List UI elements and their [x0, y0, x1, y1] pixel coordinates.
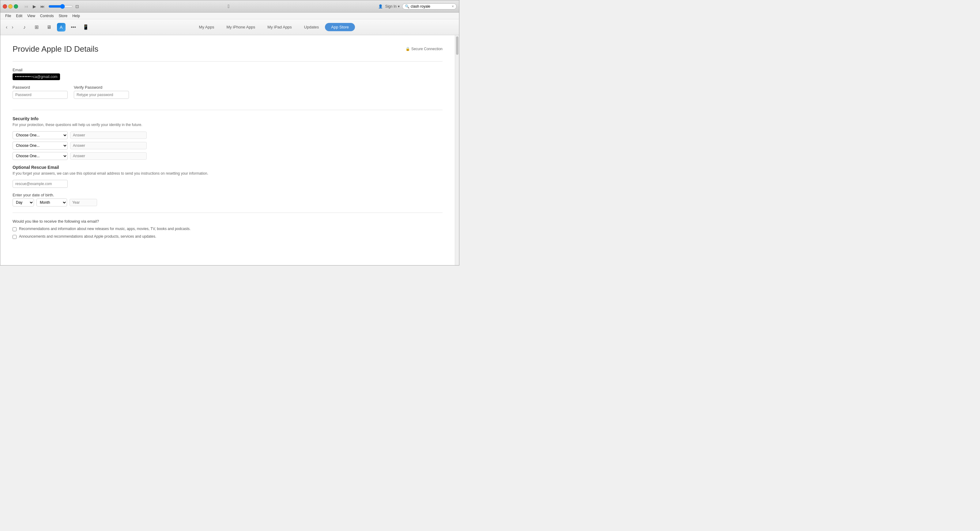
toolbar: ‹ › ♪ ⊞ 🖥 A ••• 📱 My Apps My iPhone Apps…: [0, 19, 459, 35]
sign-in-button[interactable]: Sign In ▾: [385, 4, 400, 9]
nav-buttons: ‹ ›: [4, 24, 15, 31]
content-area: Provide Apple ID Details 🔒 Secure Connec…: [0, 35, 459, 265]
back-button[interactable]: ⏮: [23, 3, 30, 10]
divider-top: [13, 61, 442, 62]
iphone-icon[interactable]: 📱: [81, 23, 90, 32]
checkbox-announcements-label: Announcements and recommendations about …: [19, 234, 156, 239]
apps-icon[interactable]: A: [57, 23, 65, 32]
volume-slider[interactable]: [48, 4, 73, 9]
rescue-email-title: Optional Rescue Email: [13, 165, 442, 170]
tab-updates[interactable]: Updates: [298, 23, 325, 31]
play-button[interactable]: ▶: [32, 3, 37, 10]
email-masked: ••••••••••: [15, 74, 31, 79]
checkbox-item-2: Announcements and recommendations about …: [13, 234, 442, 239]
password-group: Password: [13, 85, 68, 99]
tab-app-store[interactable]: App Store: [325, 23, 355, 31]
verify-password-label: Verify Password: [74, 85, 129, 90]
more-icon[interactable]: •••: [69, 23, 78, 32]
music-icon[interactable]: ♪: [20, 23, 29, 32]
password-row: Password Verify Password: [13, 85, 442, 104]
month-select[interactable]: Month: [37, 198, 67, 206]
grid-icon[interactable]: ⊞: [32, 23, 41, 32]
search-box: 🔍 ×: [402, 3, 457, 10]
tab-my-apps[interactable]: My Apps: [193, 23, 221, 31]
airplay-button[interactable]: ⊡: [75, 4, 79, 9]
search-clear-button[interactable]: ×: [452, 4, 454, 9]
secure-connection: 🔒 Secure Connection: [406, 47, 442, 51]
email-label: Email: [13, 68, 442, 72]
year-input[interactable]: [70, 199, 97, 206]
security-row-3: Choose One...: [13, 152, 442, 160]
email-preferences-section: Would you like to receive the following …: [13, 219, 442, 239]
verify-password-input[interactable]: [74, 91, 129, 99]
security-answer-1[interactable]: [70, 132, 147, 139]
security-question-2[interactable]: Choose One...: [13, 142, 68, 150]
checkbox-announcements[interactable]: [13, 235, 16, 239]
back-nav-button[interactable]: ‹: [4, 24, 9, 31]
password-label: Password: [13, 85, 68, 90]
security-info-title: Security Info: [13, 116, 442, 121]
scroll-thumb[interactable]: [456, 36, 458, 55]
email-group: Email •••••••••• +ca@gmail.com: [13, 68, 442, 80]
email-suffix: +ca@gmail.com: [31, 74, 57, 79]
email-prefs-title: Would you like to receive the following …: [13, 219, 442, 223]
security-row-1: Choose One...: [13, 131, 442, 139]
secure-connection-label: Secure Connection: [411, 47, 442, 51]
menu-controls[interactable]: Controls: [38, 13, 56, 19]
menu-file[interactable]: File: [3, 13, 13, 19]
security-answer-3[interactable]: [70, 152, 147, 160]
password-input[interactable]: [13, 91, 68, 99]
page-title: Provide Apple ID Details: [13, 44, 98, 54]
itunes-window: ⏮ ▶ ⏭ ⊡  👤 Sign In ▾ 🔍 × File Edit View…: [0, 0, 460, 265]
title-bar: ⏮ ▶ ⏭ ⊡  👤 Sign In ▾ 🔍 ×: [0, 0, 459, 13]
search-icon: 🔍: [405, 4, 409, 9]
close-button[interactable]: [3, 4, 7, 9]
toolbar-icons: ♪ ⊞ 🖥 A ••• 📱: [20, 23, 90, 32]
rescue-email-group: Optional Rescue Email If you forget your…: [13, 165, 442, 188]
minimize-button[interactable]: [8, 4, 13, 9]
menu-help[interactable]: Help: [70, 13, 83, 19]
transport-controls: ⏮ ▶ ⏭: [23, 3, 46, 10]
menu-view[interactable]: View: [25, 13, 38, 19]
divider-email-prefs: [13, 212, 442, 213]
tabs-area: My Apps My iPhone Apps My iPad Apps Upda…: [92, 23, 455, 31]
chevron-down-icon: ▾: [398, 4, 400, 9]
security-row-2: Choose One...: [13, 142, 442, 150]
sign-in-label: Sign In: [385, 4, 396, 9]
menu-bar: File Edit View Controls Store Help: [0, 13, 459, 19]
menu-store[interactable]: Store: [56, 13, 70, 19]
apple-logo: : [79, 4, 378, 9]
date-row: Day Month: [13, 198, 442, 206]
day-select[interactable]: Day: [13, 198, 34, 206]
checkbox-recommendations-label: Recommendations and information about ne…: [19, 227, 191, 231]
lock-icon: 🔒: [406, 47, 410, 51]
dob-label: Enter your date of birth.: [13, 193, 442, 197]
security-question-3[interactable]: Choose One...: [13, 152, 68, 160]
tab-my-iphone-apps[interactable]: My iPhone Apps: [220, 23, 261, 31]
menu-edit[interactable]: Edit: [13, 13, 25, 19]
person-icon: 👤: [378, 4, 383, 9]
search-input[interactable]: [411, 4, 450, 9]
maximize-button[interactable]: [14, 4, 18, 9]
sign-in-area: 👤 Sign In ▾ 🔍 ×: [378, 3, 457, 10]
page-header: Provide Apple ID Details 🔒 Secure Connec…: [13, 44, 442, 55]
scrollbar[interactable]: [455, 35, 459, 265]
forward-nav-button[interactable]: ›: [10, 24, 15, 31]
security-question-1[interactable]: Choose One...: [13, 131, 68, 139]
rescue-email-desc: If you forget your answers, we can use t…: [13, 171, 442, 176]
dob-group: Enter your date of birth. Day Month: [13, 193, 442, 206]
checkbox-recommendations[interactable]: [13, 227, 16, 231]
security-info-desc: For your protection, these questions wil…: [13, 122, 442, 128]
monitor-icon[interactable]: 🖥: [45, 23, 53, 32]
forward-button[interactable]: ⏭: [39, 3, 46, 10]
checkbox-item-1: Recommendations and information about ne…: [13, 227, 442, 231]
divider-security: [13, 110, 442, 110]
verify-password-group: Verify Password: [74, 85, 129, 99]
security-answer-2[interactable]: [70, 142, 147, 149]
rescue-email-input[interactable]: [13, 180, 68, 188]
window-controls: [3, 4, 18, 9]
security-info-group: Security Info For your protection, these…: [13, 116, 442, 160]
main-content: Provide Apple ID Details 🔒 Secure Connec…: [0, 35, 455, 265]
tab-my-ipad-apps[interactable]: My iPad Apps: [261, 23, 298, 31]
email-field-wrapper: •••••••••• +ca@gmail.com: [13, 73, 60, 80]
